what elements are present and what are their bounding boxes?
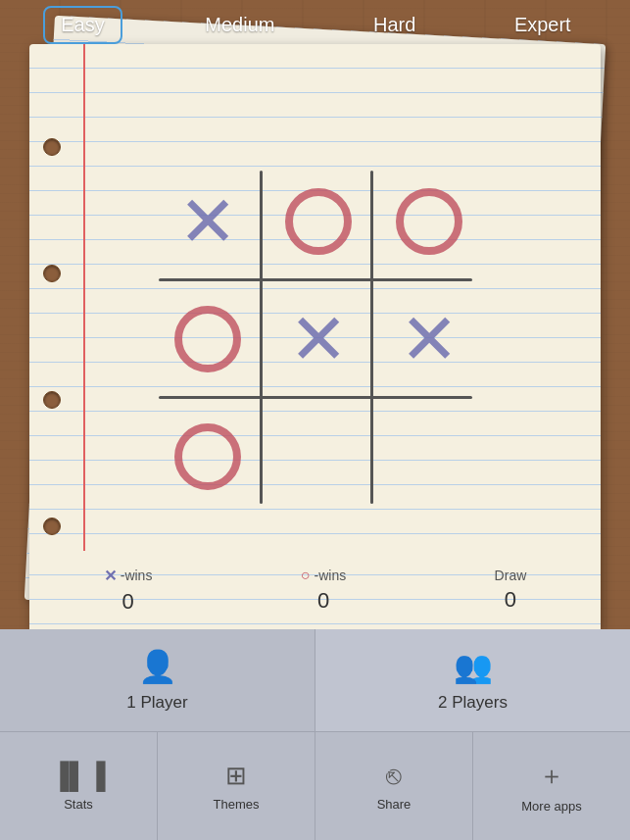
- x-score-value: 0: [121, 589, 133, 615]
- score-area: ✕ -wins 0 ○ -wins 0 Draw 0: [29, 551, 601, 629]
- difficulty-expert[interactable]: Expert: [499, 8, 587, 42]
- themes-icon: ⊞: [225, 761, 247, 791]
- themes-button[interactable]: ⊞ Themes: [158, 732, 315, 840]
- x-score-col: ✕ -wins 0: [104, 567, 153, 615]
- o-mark: [174, 423, 241, 490]
- draw-label: Draw: [495, 568, 527, 583]
- o-wins-label: ○ -wins: [301, 567, 346, 584]
- grid-line-h2: [159, 396, 472, 399]
- cell-1-0[interactable]: [154, 283, 262, 396]
- themes-label: Themes: [214, 797, 260, 812]
- player-row: 👤 1 Player 👥 2 Players: [0, 629, 630, 732]
- one-player-icon: 👤: [138, 648, 177, 685]
- two-players-button[interactable]: 👥 2 Players: [315, 629, 630, 731]
- cell-0-1[interactable]: [265, 166, 372, 278]
- share-icon: ⎋: [386, 761, 402, 791]
- more-apps-button[interactable]: ＋ More apps: [473, 732, 630, 840]
- cell-2-2[interactable]: [375, 401, 483, 514]
- draw-score-col: Draw 0: [495, 568, 527, 613]
- x-mark: ✕: [400, 304, 459, 374]
- grid-line-h1: [159, 278, 472, 281]
- x-wins-label: ✕ -wins: [104, 567, 153, 585]
- game-board: ✕ ✕ ✕: [149, 161, 482, 514]
- bottom-bar: 👤 1 Player 👥 2 Players ▐▌▐ Stats ⊞ Theme…: [0, 629, 630, 840]
- o-score-col: ○ -wins 0: [301, 567, 346, 614]
- cell-2-1[interactable]: [265, 401, 372, 514]
- cell-0-2[interactable]: [375, 166, 483, 278]
- difficulty-medium[interactable]: Medium: [189, 8, 290, 42]
- cell-1-1[interactable]: ✕: [265, 283, 372, 396]
- one-player-button[interactable]: 👤 1 Player: [0, 629, 315, 731]
- share-button[interactable]: ⎋ Share: [315, 732, 473, 840]
- more-apps-icon: ＋: [539, 759, 564, 793]
- share-label: Share: [377, 797, 412, 812]
- draw-score-value: 0: [505, 587, 516, 613]
- one-player-label: 1 Player: [126, 693, 187, 713]
- o-mark: [174, 306, 241, 372]
- difficulty-hard[interactable]: Hard: [358, 8, 431, 42]
- two-players-icon: 👥: [454, 648, 493, 685]
- difficulty-easy[interactable]: Easy: [43, 6, 121, 44]
- stats-button[interactable]: ▐▌▐ Stats: [0, 732, 158, 840]
- two-players-label: 2 Players: [438, 693, 508, 713]
- o-mark: [396, 188, 462, 255]
- cell-1-2[interactable]: ✕: [375, 283, 483, 396]
- cell-2-0[interactable]: [154, 401, 262, 514]
- stats-icon: ▐▌▐: [51, 761, 105, 791]
- cell-0-0[interactable]: ✕: [154, 166, 262, 278]
- more-apps-label: More apps: [521, 799, 581, 814]
- stats-label: Stats: [64, 797, 93, 812]
- o-score-value: 0: [317, 588, 329, 614]
- game-area: ✕ ✕ ✕: [29, 44, 601, 629]
- difficulty-bar: Easy Medium Hard Expert: [0, 0, 630, 49]
- x-mark: ✕: [178, 186, 237, 257]
- o-mark: [285, 188, 352, 255]
- x-mark: ✕: [289, 304, 348, 374]
- action-row: ▐▌▐ Stats ⊞ Themes ⎋ Share ＋ More apps: [0, 732, 630, 840]
